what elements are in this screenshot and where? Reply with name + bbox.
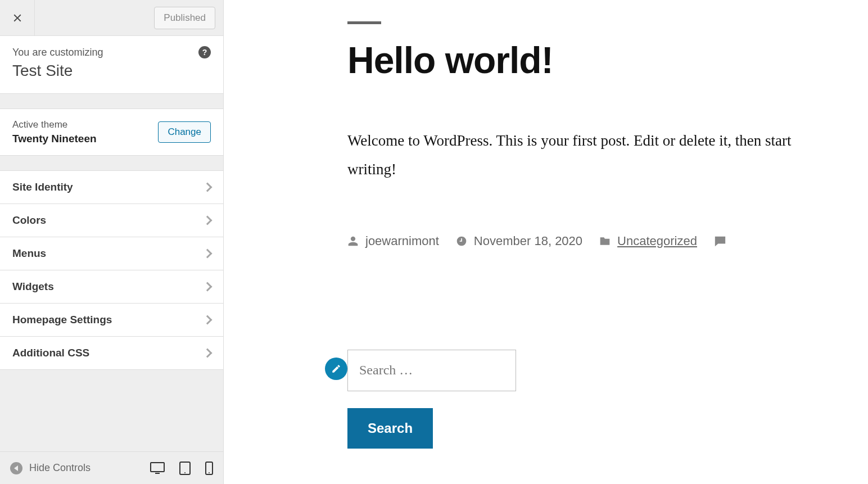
search-button[interactable]: Search [347, 408, 433, 449]
chevron-right-icon [203, 349, 213, 358]
mobile-icon [205, 462, 213, 475]
title-rule [347, 21, 381, 24]
customizing-label: You are customizing [12, 47, 103, 58]
preview-pane: Hello world! Welcome to WordPress. This … [224, 0, 868, 484]
edit-widget-button[interactable] [325, 358, 347, 380]
section-label: Colors [12, 214, 46, 227]
device-tablet-button[interactable] [179, 462, 191, 475]
svg-point-5 [209, 472, 210, 473]
section-label: Additional CSS [12, 347, 89, 359]
section-label: Menus [12, 247, 46, 260]
search-input[interactable] [347, 350, 516, 391]
customizer-sidebar: Published You are customizing ? Test Sit… [0, 0, 224, 484]
device-desktop-button[interactable] [150, 462, 165, 474]
section-label: Homepage Settings [12, 314, 112, 326]
sidebar-top-bar: Published [0, 0, 223, 36]
active-theme-name: Twenty Nineteen [12, 133, 97, 145]
active-theme-label: Active theme [12, 119, 97, 130]
meta-category[interactable]: Uncategorized [599, 234, 697, 248]
collapse-icon [10, 462, 22, 474]
section-widgets[interactable]: Widgets [0, 270, 223, 304]
category-link: Uncategorized [617, 234, 697, 248]
close-button[interactable] [0, 0, 35, 36]
svg-rect-0 [151, 463, 164, 472]
pencil-icon [331, 364, 341, 374]
clock-icon [456, 236, 467, 247]
chevron-right-icon [203, 216, 213, 225]
device-mobile-button[interactable] [205, 462, 213, 475]
hide-controls-label: Hide Controls [29, 462, 91, 474]
section-homepage-settings[interactable]: Homepage Settings [0, 304, 223, 337]
desktop-icon [150, 462, 165, 474]
meta-author[interactable]: joewarnimont [347, 234, 439, 248]
search-widget: Search [224, 350, 868, 449]
section-site-identity[interactable]: Site Identity [0, 171, 223, 204]
post-date: November 18, 2020 [474, 234, 582, 248]
post-title[interactable]: Hello world! [347, 39, 834, 82]
theme-section: Active theme Twenty Nineteen Change [0, 108, 223, 156]
comment-icon [714, 235, 726, 247]
meta-date[interactable]: November 18, 2020 [456, 234, 582, 248]
section-menus[interactable]: Menus [0, 237, 223, 270]
change-theme-button[interactable]: Change [158, 121, 211, 143]
published-button[interactable]: Published [154, 7, 215, 29]
section-colors[interactable]: Colors [0, 204, 223, 237]
post-body: Welcome to WordPress. This is your first… [347, 126, 834, 184]
close-icon [11, 12, 24, 24]
help-icon[interactable]: ? [198, 46, 211, 58]
chevron-right-icon [203, 183, 213, 192]
svg-point-3 [184, 472, 186, 473]
meta-comments[interactable] [714, 235, 726, 247]
author-name: joewarnimont [365, 234, 439, 248]
tablet-icon [179, 462, 191, 475]
folder-icon [599, 236, 611, 247]
section-label: Site Identity [12, 181, 73, 193]
person-icon [347, 236, 359, 247]
sidebar-footer: Hide Controls [0, 451, 223, 484]
sidebar-header: You are customizing ? Test Site [0, 36, 223, 94]
chevron-right-icon [203, 315, 213, 325]
section-list: Site Identity Colors Menus Widgets Homep… [0, 170, 223, 370]
section-additional-css[interactable]: Additional CSS [0, 337, 223, 370]
chevron-right-icon [203, 282, 213, 292]
site-title: Test Site [12, 62, 211, 80]
chevron-right-icon [203, 249, 213, 259]
hide-controls-button[interactable]: Hide Controls [10, 462, 91, 474]
post-meta: joewarnimont November 18, 2020 Uncategor… [347, 234, 834, 248]
section-label: Widgets [12, 281, 54, 293]
svg-rect-1 [155, 473, 160, 474]
